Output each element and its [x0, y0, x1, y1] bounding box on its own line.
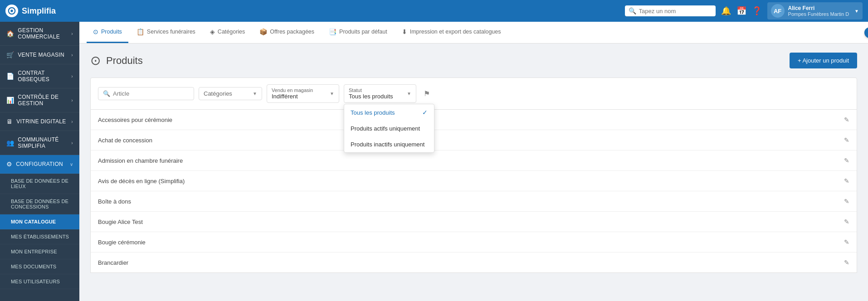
- article-input[interactable]: [113, 90, 189, 97]
- sidebar-sub-item-base-concessions[interactable]: BASE DE DONNÉES DE CONCESSIONS: [0, 194, 79, 214]
- sidebar: 🏠 GESTION COMMERCIALE › 🛒 VENTE MAGASIN …: [0, 22, 79, 301]
- sidebar-item-label: VITRINE DIGITALE: [16, 118, 66, 125]
- dropdown-item-inactifs[interactable]: Produits inactifs uniquement: [344, 136, 434, 152]
- top-header: Simplifia 🔍 🔔 📅 ❓ AF Alice Ferri Pompes …: [0, 0, 868, 22]
- product-name: Boîte à dons: [98, 198, 131, 205]
- sidebar-sub-item-mes-utilisateurs[interactable]: MES UTILISATEURS: [0, 274, 79, 289]
- search-input[interactable]: [639, 8, 712, 15]
- table-row: Avis de décès en ligne (Simplifia) ✎: [91, 171, 857, 191]
- contrat-obseques-icon: 📄: [6, 73, 14, 80]
- gestion-commerciale-icon: 🏠: [6, 30, 14, 37]
- sidebar-sub-item-mon-entreprise[interactable]: MON ENTREPRISE: [0, 244, 79, 259]
- sidebar-item-contrat-obseques[interactable]: 📄 CONTRAT OBSEQUES ›: [0, 64, 79, 88]
- content-area: ⊙ Produits 📋 Services funéraires ◈ Catég…: [79, 22, 868, 301]
- tab-bar: ⊙ Produits 📋 Services funéraires ◈ Catég…: [79, 22, 868, 44]
- table-row: Accessoires pour cérémonie ✎: [91, 110, 857, 130]
- header-right: 🔍 🔔 📅 ❓ AF Alice Ferri Pompes Funèbres M…: [625, 2, 863, 19]
- calendar-icon[interactable]: 📅: [736, 6, 746, 16]
- sidebar-item-label: GESTION COMMERCIALE: [18, 27, 68, 40]
- user-name: Alice Ferri: [788, 5, 849, 11]
- notification-icon[interactable]: 🔔: [721, 6, 731, 16]
- sidebar-sub-item-base-lieux[interactable]: BASE DE DONNÉES DE LIEUX: [0, 174, 79, 194]
- product-name: Bougie cérémonie: [98, 239, 146, 246]
- chevron-right-icon: ›: [71, 141, 73, 146]
- page-content: ⊙ Produits + Ajouter un produit 🔍 Catégo…: [79, 44, 868, 301]
- sidebar-sub-item-mes-documents[interactable]: MES DOCUMENTS: [0, 259, 79, 274]
- search-icon: 🔍: [103, 90, 110, 97]
- sidebar-item-configuration[interactable]: ⚙ CONFIGURATION ∨: [0, 155, 79, 174]
- vendu-value: Indifférent: [272, 93, 327, 100]
- statut-filter[interactable]: Statut Tous les produits ▼: [344, 84, 416, 103]
- tab-services-funeraires[interactable]: 📋 Services funéraires: [130, 22, 202, 43]
- product-name: Bougie Alice Test: [98, 218, 143, 225]
- services-tab-icon: 📋: [137, 28, 144, 35]
- sidebar-item-vitrine-digitale[interactable]: 🖥 VITRINE DIGITALE ›: [0, 112, 79, 131]
- chevron-right-icon: ›: [71, 53, 73, 58]
- dropdown-item-label: Produits actifs uniquement: [351, 125, 420, 132]
- edit-icon[interactable]: ✎: [844, 136, 849, 144]
- produits-tab-icon: ⊙: [93, 28, 98, 35]
- tab-impression-export[interactable]: ⬇ Impression et export des catalogues: [395, 22, 507, 43]
- sidebar-item-vente-magasin[interactable]: 🛒 VENTE MAGASIN ›: [0, 46, 79, 64]
- table-row: Bougie Alice Test ✎: [91, 212, 857, 232]
- sidebar-sub-item-mes-etablissements[interactable]: MES ÉTABLISSEMENTS: [0, 229, 79, 244]
- page-title-icon: ⊙: [90, 53, 101, 68]
- categories-filter[interactable]: Catégories ▼: [199, 87, 262, 100]
- app-title: Simplifia: [22, 6, 56, 16]
- sidebar-item-gestion-commerciale[interactable]: 🏠 GESTION COMMERCIALE ›: [0, 22, 79, 46]
- statut-dropdown-container: Statut Tous les produits ▼ Tous les prod…: [344, 84, 416, 103]
- edit-icon[interactable]: ✎: [844, 259, 849, 266]
- search-icon: 🔍: [629, 7, 636, 15]
- page-title-area: ⊙ Produits: [90, 53, 143, 68]
- table-row: Admission en chambre funéraire ✎: [91, 150, 857, 171]
- article-filter-input[interactable]: 🔍: [98, 87, 194, 100]
- avatar: AF: [771, 4, 785, 18]
- tab-produits[interactable]: ⊙ Produits: [87, 22, 128, 43]
- edit-icon[interactable]: ✎: [844, 177, 849, 184]
- collapse-sidebar-button[interactable]: ›: [864, 27, 868, 38]
- dropdown-item-label: Tous les produits: [351, 109, 395, 116]
- edit-icon[interactable]: ✎: [844, 238, 849, 246]
- tab-label: Offres packagées: [270, 29, 314, 35]
- statut-chevron-icon: ▼: [407, 91, 411, 96]
- sidebar-sub-item-mon-catalogue[interactable]: MON CATALOGUE: [0, 214, 79, 229]
- help-icon[interactable]: ❓: [752, 6, 762, 16]
- vente-magasin-icon: 🛒: [6, 51, 14, 58]
- configuration-icon: ⚙: [6, 160, 12, 168]
- sidebar-item-controle-gestion[interactable]: 📊 CONTRÔLE DE GESTION ›: [0, 88, 79, 112]
- impression-tab-icon: ⬇: [402, 28, 407, 35]
- categories-chevron-icon: ▼: [253, 91, 257, 96]
- dropdown-item-actifs[interactable]: Produits actifs uniquement: [344, 121, 434, 136]
- svg-point-1: [10, 10, 13, 12]
- sidebar-item-communaute[interactable]: 👥 COMMUNAUTÉ SIMPLIFIA ›: [0, 131, 79, 155]
- produits-defaut-tab-icon: 📑: [329, 28, 336, 35]
- edit-icon[interactable]: ✎: [844, 198, 849, 205]
- tab-label: Services funéraires: [147, 29, 195, 35]
- tab-label: Impression et export des catalogues: [410, 29, 501, 35]
- communaute-icon: 👥: [6, 139, 14, 146]
- user-block[interactable]: AF Alice Ferri Pompes Funèbres Martin D …: [767, 2, 863, 19]
- tab-categories[interactable]: ◈ Catégories: [204, 22, 251, 43]
- dropdown-item-tous[interactable]: Tous les produits ✓: [344, 104, 434, 121]
- categories-tab-icon: ◈: [210, 28, 215, 35]
- chevron-down-icon: ▼: [854, 9, 859, 14]
- product-name: Accessoires pour cérémonie: [98, 117, 172, 123]
- chevron-right-icon: ›: [71, 98, 73, 103]
- vendu-magasin-filter[interactable]: Vendu en magasin Indifférent ▼: [267, 84, 339, 103]
- page-title: Produits: [106, 55, 143, 67]
- logo-icon: [5, 5, 18, 17]
- dropdown-item-label: Produits inactifs uniquement: [351, 141, 424, 148]
- tab-produits-defaut[interactable]: 📑 Produits par défaut: [322, 22, 394, 43]
- edit-icon[interactable]: ✎: [844, 218, 849, 225]
- clear-filter-icon[interactable]: ⚑: [421, 87, 433, 101]
- add-product-button[interactable]: + Ajouter un produit: [790, 53, 857, 68]
- edit-icon[interactable]: ✎: [844, 157, 849, 164]
- categories-filter-label: Catégories: [204, 90, 250, 97]
- sidebar-item-label: CONFIGURATION: [16, 161, 63, 167]
- search-box[interactable]: 🔍: [625, 5, 716, 16]
- sidebar-item-label: CONTRÔLE DE GESTION: [18, 94, 68, 107]
- sidebar-item-label: COMMUNAUTÉ SIMPLIFIA: [18, 136, 68, 149]
- tab-offres-packagées[interactable]: 📦 Offres packagées: [253, 22, 321, 43]
- sidebar-item-label: VENTE MAGASIN: [18, 52, 64, 58]
- edit-icon[interactable]: ✎: [844, 116, 849, 123]
